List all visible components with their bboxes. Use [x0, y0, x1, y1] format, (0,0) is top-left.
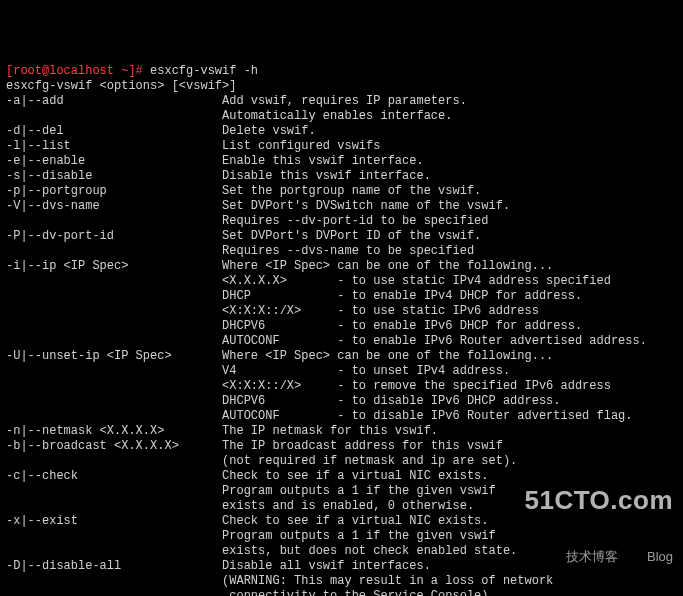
usage-line: esxcfg-vswif <options> [<vswif>] — [6, 79, 236, 93]
options-list: -a|--add Add vswif, requires IP paramete… — [6, 94, 677, 596]
typed-command: esxcfg-vswif -h — [150, 64, 258, 78]
shell-prompt: [root@localhost ~]# — [6, 64, 150, 78]
terminal[interactable]: [root@localhost ~]# esxcfg-vswif -h esxc… — [6, 64, 677, 596]
